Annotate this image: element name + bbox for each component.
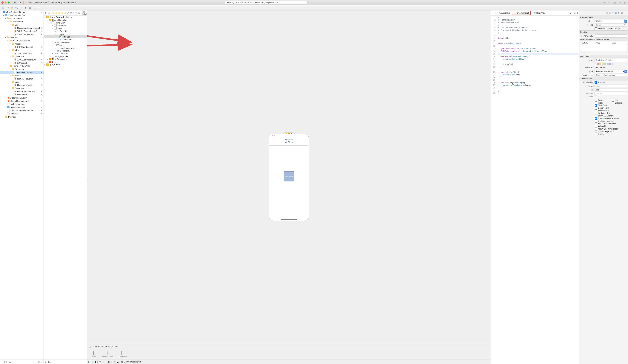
scheme-selector[interactable]: ▲ ViewControllerDemo 〉 iPhone SE (2nd ge… — [25, 1, 77, 4]
trait-checkbox[interactable]: Plays Sound — [595, 109, 627, 112]
trait-checkbox[interactable]: Search Field — [595, 107, 627, 109]
folder-item[interactable]: ▾Storyboard — [0, 20, 44, 23]
localizer-hint-field[interactable] — [595, 73, 627, 77]
outline-item[interactable]: ▾Icon Image View — [44, 47, 87, 49]
back-icon[interactable]: 〈 — [494, 12, 496, 14]
add-file-icon[interactable]: ＋ — [1, 361, 3, 363]
maximize-window-button[interactable] — [8, 1, 10, 3]
folder-item[interactable]: ▾Model — [0, 42, 44, 45]
connections-inspector-tab[interactable]: → — [624, 12, 626, 14]
breakpoint-toggle-icon[interactable]: ▰ — [92, 361, 93, 363]
outline-jumpbar[interactable]: ▤ 〈 〉 📁›📁›📁›📁›📁›◯›◯›▢›▢›▢›L Title Label … — [44, 10, 87, 16]
stop-button[interactable]: ◼ — [18, 1, 22, 4]
folder-item[interactable]: ▸Products — [0, 115, 44, 118]
file-item[interactable]: HomeModel.swiftA — [0, 77, 44, 80]
outline-item[interactable]: ▾Safe Area — [44, 30, 87, 32]
project-item[interactable]: ▾ViewControllerDemoM — [0, 10, 44, 14]
folder-item[interactable]: ▾XXXX (纯代码布局) — [0, 39, 44, 42]
class-field[interactable] — [595, 20, 625, 23]
trait-checkbox[interactable]: Allows Direct Interaction — [595, 128, 627, 130]
file-item[interactable]: XXXXModel.swiftA — [0, 45, 44, 49]
pause-icon[interactable]: ❚❚ — [95, 361, 98, 363]
step-out-icon[interactable]: ↑ — [105, 361, 106, 363]
trait-checkbox[interactable]: Adjustable — [595, 125, 627, 127]
identity-inspector-tab[interactable]: ▦ — [615, 12, 617, 14]
accessibility-enabled-checkbox[interactable] — [595, 81, 597, 84]
interface-builder-canvas[interactable]: 9:41 Title — [87, 10, 491, 364]
interface-style-picker[interactable]: ⌄ Interface Style — [102, 351, 113, 358]
outline-item[interactable]: ▾View — [44, 44, 87, 47]
outline-item[interactable]: ▾Home Controller — [44, 18, 87, 21]
navigation-bar[interactable]: Title — [269, 137, 309, 146]
folder-item[interactable]: ▾Model — [0, 74, 44, 77]
trait-checkbox[interactable]: Image — [595, 102, 610, 104]
file-item[interactable]: SceneDelegate.swiftA — [0, 99, 44, 103]
folder-item[interactable]: ▾Storyboard — [0, 67, 44, 71]
close-editor-icon[interactable]: ✕ — [491, 12, 493, 14]
file-item[interactable]: Home.storyboardA — [0, 71, 44, 74]
folder-item[interactable]: ▾ViewControllerDemo — [0, 14, 44, 17]
outline-item[interactable]: LTitle Label — [44, 35, 87, 38]
memory-icon[interactable]: ⎌ — [111, 361, 112, 363]
view-as-toggle-icon[interactable]: ▢ — [89, 345, 91, 348]
folder-item[interactable]: ▾Controller — [0, 87, 44, 90]
forward-icon[interactable]: 〉 — [496, 12, 498, 14]
trait-checkbox[interactable]: Link — [612, 99, 627, 102]
folder-item[interactable]: Assets.xcassetsM — [0, 106, 44, 109]
file-item[interactable]: Main.storyboard— — [0, 103, 44, 106]
color-blue-swatch[interactable] — [607, 63, 609, 65]
outline-item[interactable]: ▸▦Constraints — [44, 49, 87, 52]
color-none-swatch[interactable]: ✕ — [595, 63, 596, 65]
outline-item[interactable]: ▸▦Constraints — [44, 52, 87, 55]
color-red-swatch[interactable] — [597, 63, 599, 65]
automatic-mode-label[interactable]: Automatic — [501, 12, 510, 14]
project-navigator-tab[interactable]: ▤ — [1, 6, 5, 10]
file-item[interactable]: AppDelegate.swift— — [0, 96, 44, 99]
module-field[interactable]: None — [595, 23, 627, 26]
location-icon[interactable]: ◭ — [117, 361, 119, 363]
file-item[interactable]: XXXXView.swiftA — [0, 52, 44, 55]
remove-attr-icon[interactable]: － — [583, 52, 585, 54]
trait-checkbox[interactable]: Starts Media Session — [595, 122, 627, 125]
trait-checkbox[interactable]: Static Text — [595, 104, 627, 107]
size-inspector-tab[interactable]: ▤ — [621, 12, 623, 14]
trait-checkbox[interactable]: Updates Frequently — [595, 120, 627, 122]
trait-checkbox[interactable]: Selected — [612, 102, 627, 104]
run-button[interactable]: ▶ — [13, 1, 17, 4]
file-item[interactable]: NavigationController.swiftA — [0, 26, 44, 29]
folder-item[interactable]: ▾Module — [0, 36, 44, 39]
toggle-debug-button[interactable]: ▭ — [618, 1, 622, 4]
library-button[interactable]: ＋ — [602, 1, 606, 4]
step-over-icon[interactable]: ↷ — [99, 361, 101, 363]
issue-navigator-tab[interactable]: ⚠ — [19, 6, 23, 10]
color-orange-swatch[interactable] — [599, 63, 601, 65]
file-item[interactable]: HomeView.swiftA — [0, 83, 44, 87]
source-editor[interactable]: 1234567891011121314151617181920212223242… — [491, 16, 579, 364]
file-item[interactable]: XXXX.swiftA — [0, 61, 44, 64]
navigator-filter-input[interactable] — [6, 361, 37, 363]
outline-item[interactable]: ▾→Exit — [44, 61, 87, 63]
report-navigator-tab[interactable]: ☰ — [37, 6, 41, 10]
trait-checkbox[interactable]: User Interaction Enabled — [595, 117, 627, 120]
breakpoint-navigator-tab[interactable]: ▸ — [32, 6, 36, 10]
lock-field[interactable]: Inherited - (Nothing) — [595, 70, 625, 73]
editor-jumpbar[interactable]: ✕ 〈 〉 ◎ Automatic› ▰ HomeView.swift › C … — [491, 10, 579, 16]
toggle-inspector-button[interactable]: ▥ — [623, 1, 627, 4]
forward-icon[interactable]: 〉 — [49, 11, 51, 14]
test-navigator-tab[interactable]: ◈ — [23, 6, 27, 10]
help-inspector-tab[interactable]: ? — [612, 12, 614, 14]
close-window-button[interactable] — [1, 1, 3, 3]
outline-item[interactable]: ▾Home View — [44, 21, 87, 24]
history-inspector-tab[interactable]: ◷ — [609, 12, 611, 14]
editor-file-tab[interactable]: ▰ HomeView.swift — [512, 11, 531, 15]
class-dropdown-icon[interactable]: ⌄ — [625, 20, 627, 23]
find-navigator-tab[interactable]: 🔍 — [14, 6, 18, 10]
scm-filter-icon[interactable]: ▢ — [41, 361, 42, 363]
outline-item[interactable]: ▾Navigation Item — [44, 55, 87, 58]
accessibility-label-field[interactable] — [595, 85, 627, 88]
inherit-module-checkbox[interactable] — [595, 27, 597, 30]
accessibility-hint-field[interactable] — [595, 88, 627, 91]
outline-item[interactable]: ▾First Responder — [44, 58, 87, 61]
toggle-navigator-button[interactable]: ▥ — [613, 1, 617, 4]
folder-item[interactable]: ▾View — [0, 49, 44, 52]
